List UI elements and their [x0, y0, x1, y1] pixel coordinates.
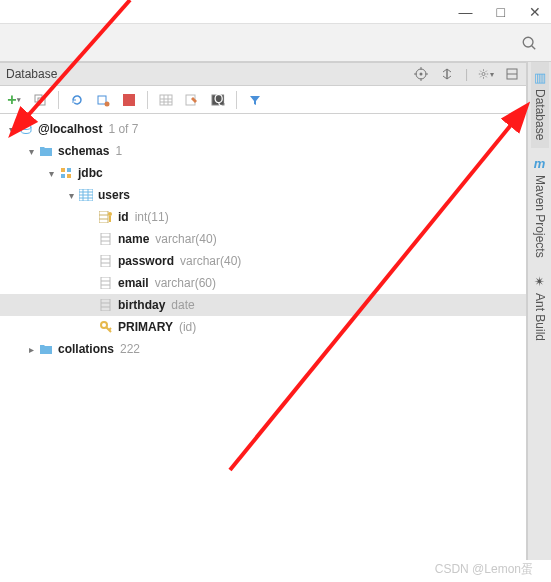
chevron-down-icon[interactable]: ▾ — [64, 190, 78, 201]
tree-schemas[interactable]: ▾ schemas 1 — [0, 140, 526, 162]
column-type: date — [171, 298, 194, 312]
pk-column-icon — [98, 209, 114, 225]
window-min-icon[interactable]: — — [459, 4, 473, 20]
svg-rect-46 — [101, 277, 110, 289]
edit-icon[interactable] — [184, 92, 200, 108]
chevron-down-icon[interactable]: ▾ — [24, 146, 38, 157]
schema-icon — [58, 165, 74, 181]
tree-collations[interactable]: ▸ collations 222 — [0, 338, 526, 360]
primary-label: PRIMARY — [118, 320, 173, 334]
schemas-label: schemas — [58, 144, 109, 158]
tree-column-selected[interactable]: birthday date — [0, 294, 526, 316]
svg-rect-26 — [67, 168, 71, 172]
maven-icon: m — [534, 156, 546, 171]
column-icon — [98, 297, 114, 313]
database-toolbar: +▾ QL — [0, 86, 526, 114]
svg-line-1 — [532, 45, 536, 49]
svg-rect-40 — [101, 233, 110, 245]
table-icon[interactable] — [158, 92, 174, 108]
svg-rect-49 — [101, 299, 110, 311]
database-tree[interactable]: ▾ @localhost 1 of 7 ▾ schemas 1 ▾ jdbc ▾… — [0, 114, 526, 560]
sidetab-database[interactable]: ▥ Database — [531, 62, 549, 148]
tree-primary-key[interactable]: PRIMARY (id) — [0, 316, 526, 338]
chevron-down-icon[interactable]: ▾ — [44, 168, 58, 179]
svg-rect-14 — [98, 96, 106, 104]
tree-column[interactable]: id int(11) — [0, 206, 526, 228]
tree-connection[interactable]: ▾ @localhost 1 of 7 — [0, 118, 526, 140]
tree-column[interactable]: name varchar(40) — [0, 228, 526, 250]
tree-column[interactable]: password varchar(40) — [0, 250, 526, 272]
svg-rect-35 — [99, 211, 108, 223]
column-icon — [98, 253, 114, 269]
refresh-icon[interactable] — [69, 92, 85, 108]
column-name: id — [118, 210, 129, 224]
database-panel-header: Database | ▾ — [0, 62, 526, 86]
column-name: name — [118, 232, 149, 246]
svg-rect-16 — [123, 94, 135, 106]
connection-label: @localhost — [38, 122, 102, 136]
target-icon[interactable] — [413, 66, 429, 82]
column-icon — [98, 231, 114, 247]
hide-icon[interactable] — [504, 66, 520, 82]
svg-point-3 — [419, 73, 422, 76]
svg-text:QL: QL — [214, 93, 225, 106]
stop-icon[interactable] — [121, 92, 137, 108]
gear-icon[interactable]: ▾ — [478, 66, 494, 82]
svg-line-54 — [109, 328, 111, 330]
table-label: users — [98, 188, 130, 202]
svg-rect-27 — [61, 174, 65, 178]
svg-rect-13 — [38, 98, 45, 105]
ant-icon: ✴ — [534, 274, 545, 289]
tree-table[interactable]: ▾ users — [0, 184, 526, 206]
db-label: jdbc — [78, 166, 103, 180]
watermark: CSDN @Lemon蛋 — [435, 561, 533, 578]
chevron-right-icon[interactable]: ▸ — [24, 344, 38, 355]
add-button[interactable]: +▾ — [6, 92, 22, 108]
duplicate-icon[interactable] — [32, 92, 48, 108]
datasource-icon — [18, 121, 34, 137]
search-icon[interactable] — [521, 35, 537, 51]
folder-icon — [38, 143, 54, 159]
sidetab-maven[interactable]: m Maven Projects — [531, 148, 549, 266]
svg-point-9 — [482, 72, 485, 75]
properties-icon[interactable] — [95, 92, 111, 108]
sidetab-ant[interactable]: ✴ Ant Build — [531, 266, 549, 349]
console-icon[interactable]: QL — [210, 92, 226, 108]
svg-point-0 — [523, 37, 533, 47]
svg-rect-25 — [61, 168, 65, 172]
svg-rect-43 — [101, 255, 110, 267]
collations-count: 222 — [120, 342, 140, 356]
primary-cols: (id) — [179, 320, 196, 334]
collations-label: collations — [58, 342, 114, 356]
column-name: email — [118, 276, 149, 290]
svg-rect-28 — [67, 174, 71, 178]
schemas-count: 1 — [115, 144, 122, 158]
key-icon — [98, 319, 114, 335]
svg-point-38 — [108, 212, 112, 216]
column-type: int(11) — [135, 210, 169, 224]
column-type: varchar(60) — [155, 276, 216, 290]
window-max-icon[interactable]: □ — [497, 4, 505, 20]
tree-database[interactable]: ▾ jdbc — [0, 162, 526, 184]
database-icon: ▥ — [534, 70, 546, 85]
chevron-down-icon[interactable]: ▾ — [4, 124, 18, 135]
column-icon — [98, 275, 114, 291]
search-bar — [0, 24, 551, 62]
window-close-icon[interactable]: ✕ — [529, 4, 541, 20]
window-titlebar: — □ ✕ — [0, 0, 551, 24]
filter-icon[interactable] — [247, 92, 263, 108]
column-type: varchar(40) — [155, 232, 216, 246]
connection-hint: 1 of 7 — [108, 122, 138, 136]
column-name: password — [118, 254, 174, 268]
tree-column[interactable]: email varchar(60) — [0, 272, 526, 294]
panel-title: Database — [6, 67, 413, 81]
column-type: varchar(40) — [180, 254, 241, 268]
svg-rect-17 — [160, 95, 172, 105]
table-icon — [78, 187, 94, 203]
column-name: birthday — [118, 298, 165, 312]
tool-window-bar: ▥ Database m Maven Projects ✴ Ant Build — [527, 62, 551, 560]
collapse-icon[interactable] — [439, 66, 455, 82]
folder-icon — [38, 341, 54, 357]
svg-point-15 — [105, 101, 110, 106]
